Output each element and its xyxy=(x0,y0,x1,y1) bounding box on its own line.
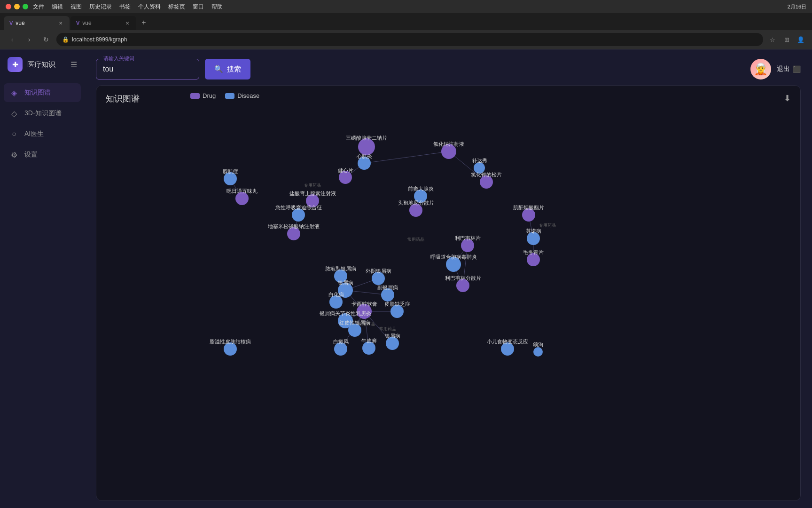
sidebar-item-ai-doctor[interactable]: ○ AI医生 xyxy=(4,125,81,143)
node-label: 毛冬青片 xyxy=(523,249,544,255)
sidebar-item-settings[interactable]: ⚙ 设置 xyxy=(4,145,81,164)
node-label: 心肌炎 xyxy=(356,153,372,159)
node-disease[interactable] xyxy=(533,347,543,357)
logout-label: 退出 xyxy=(777,65,790,73)
node-label: 盐酸肾上腺素注射液 xyxy=(289,190,336,196)
node-label: 肌酐烟酸酯片 xyxy=(513,205,544,210)
edge xyxy=(364,151,449,163)
node-disease[interactable] xyxy=(329,295,343,309)
node-disease[interactable] xyxy=(381,288,394,302)
legend-disease-label: Disease xyxy=(237,92,259,99)
node-disease[interactable] xyxy=(390,305,404,318)
legend-drug-label: Drug xyxy=(203,92,216,99)
tab-label-2: vue xyxy=(82,20,91,26)
reload-button[interactable]: ↻ xyxy=(39,33,53,46)
node-drug[interactable] xyxy=(480,175,493,189)
node-disease[interactable] xyxy=(372,272,385,285)
node-label: 白癜风 xyxy=(333,339,349,344)
node-drug[interactable] xyxy=(287,227,300,240)
mac-menu-bar: 文件 编辑 视图 历史记录 书签 个人资料 标签页 窗口 帮助 xyxy=(33,3,223,11)
close-dot[interactable] xyxy=(6,4,11,9)
node-disease[interactable] xyxy=(527,232,540,245)
node-label: 卡西醇软膏 xyxy=(351,301,377,307)
tab-close-1[interactable]: ✕ xyxy=(57,20,64,26)
node-label: 呼吸道合胞病毒肺炎 xyxy=(430,254,477,260)
browser-action-icons: ☆ ⊞ 👤 xyxy=(767,34,806,45)
node-drug[interactable] xyxy=(456,279,469,292)
node-disease[interactable] xyxy=(348,324,361,337)
logo-icon: ✚ xyxy=(8,57,23,72)
sidebar-nav: ◈ 知识图谱 ◇ 3D-知识图谱 ○ AI医生 ⚙ 设置 xyxy=(0,83,85,164)
node-label: 颌沟 xyxy=(532,341,543,347)
search-button[interactable]: 🔍 搜索 xyxy=(205,59,250,79)
browser-nav-bar: ‹ › ↻ 🔒 localhost:8999/kgraph ☆ ⊞ 👤 xyxy=(0,30,812,49)
forward-button[interactable]: › xyxy=(23,33,36,46)
node-label: 健心片 xyxy=(338,167,353,173)
mac-window-controls[interactable] xyxy=(6,4,28,9)
node-drug[interactable] xyxy=(527,253,540,266)
app-container: ✚ 医疗知识 ☰ ◈ 知识图谱 ◇ 3D-知识图谱 ○ AI医生 ⚙ 设置 xyxy=(0,49,812,508)
node-disease[interactable] xyxy=(501,342,514,356)
search-btn-label: 搜索 xyxy=(227,65,241,74)
node-label: 头孢地尼分散片 xyxy=(398,200,434,206)
node-disease[interactable] xyxy=(386,337,399,350)
tab-vue-2[interactable]: V vue ✕ xyxy=(70,16,136,30)
back-button[interactable]: ‹ xyxy=(6,33,19,46)
node-drug[interactable] xyxy=(235,192,249,205)
mac-top-bar: 文件 编辑 视图 历史记录 书签 个人资料 标签页 窗口 帮助 2月16日 xyxy=(0,0,812,13)
edge-label: 专用药品 xyxy=(539,223,556,228)
node-drug[interactable] xyxy=(409,204,422,217)
node-label: 急性呼吸窘迫综合征 xyxy=(275,205,322,210)
sidebar-label-settings: 设置 xyxy=(24,151,38,159)
node-disease[interactable] xyxy=(224,172,237,185)
download-icon[interactable]: ⬇ xyxy=(784,93,791,103)
node-label: 荨诺病 xyxy=(526,228,541,234)
graph-canvas[interactable]: 常用药品 常用药品 常用药品 专用药品 专用药品 三磷酸腺苷二钠片 心肌炎 健心… xyxy=(96,109,800,500)
edge-label: 常用药品 xyxy=(379,326,396,331)
node-label: 氯化钾的松片 xyxy=(471,172,502,177)
node-disease[interactable] xyxy=(362,341,375,355)
logout-button[interactable]: 退出 ⬛ xyxy=(777,65,801,73)
settings-icon: ⚙ xyxy=(9,150,19,159)
bookmark-star-icon[interactable]: ☆ xyxy=(767,34,778,45)
address-bar[interactable]: 🔒 localhost:8999/kgraph xyxy=(56,33,763,46)
graph-svg: 常用药品 常用药品 常用药品 专用药品 专用药品 三磷酸腺苷二钠片 心肌炎 健心… xyxy=(96,109,800,500)
new-tab-button[interactable]: + xyxy=(137,16,150,29)
tab-vue-1[interactable]: V vue ✕ xyxy=(4,16,70,30)
3d-knowledge-icon: ◇ xyxy=(9,109,19,118)
node-label: 腺肌症 xyxy=(223,168,238,174)
sidebar-item-3d-knowledge[interactable]: ◇ 3D-知识图谱 xyxy=(4,104,81,123)
extension-icon[interactable]: ⊞ xyxy=(781,34,792,45)
tab-close-2[interactable]: ✕ xyxy=(124,20,131,26)
maximize-dot[interactable] xyxy=(23,4,28,9)
legend-drug: Drug xyxy=(190,92,216,99)
node-drug[interactable] xyxy=(461,239,474,252)
profile-icon[interactable]: 👤 xyxy=(795,34,806,45)
url-text: localhost:8999/kgraph xyxy=(72,36,127,43)
node-drug[interactable] xyxy=(522,208,535,222)
top-right-area: 🧝 退出 ⬛ xyxy=(750,59,801,79)
tab-favicon-1: V xyxy=(9,20,13,26)
edge-label: 专用药品 xyxy=(304,183,321,188)
node-label: 利巴韦林片 xyxy=(455,235,481,241)
node-disease[interactable] xyxy=(292,208,305,222)
node-label: 副银屑病 xyxy=(377,285,398,290)
node-label: 三磷酸腺苷二钠片 xyxy=(346,135,387,141)
sidebar-logo-area: ✚ 医疗知识 ☰ xyxy=(0,57,85,83)
sidebar: ✚ 医疗知识 ☰ ◈ 知识图谱 ◇ 3D-知识图谱 ○ AI医生 ⚙ 设置 xyxy=(0,49,85,508)
tab-favicon-2: V xyxy=(76,20,79,26)
node-label: 外阴银屑病 xyxy=(366,268,391,274)
node-disease[interactable] xyxy=(334,342,347,356)
sidebar-item-knowledge-graph[interactable]: ◈ 知识图谱 xyxy=(4,83,81,102)
minimize-dot[interactable] xyxy=(14,4,20,9)
node-label: 脂溢性皮肤结核病 xyxy=(210,339,251,344)
ai-doctor-icon: ○ xyxy=(9,129,19,139)
node-label: 氟化钠注射液 xyxy=(433,141,464,147)
browser-chrome: V vue ✕ V vue ✕ + ‹ › ↻ 🔒 localhost:8999… xyxy=(0,13,812,49)
node-drug[interactable] xyxy=(358,138,375,155)
node-disease[interactable] xyxy=(224,342,237,356)
hamburger-icon[interactable]: ☰ xyxy=(70,60,77,69)
node-label: 小儿食物变态反应 xyxy=(487,339,528,344)
node-label: 利巴韦林分散片 xyxy=(445,275,481,281)
node-label: 银屑病 xyxy=(384,333,400,339)
